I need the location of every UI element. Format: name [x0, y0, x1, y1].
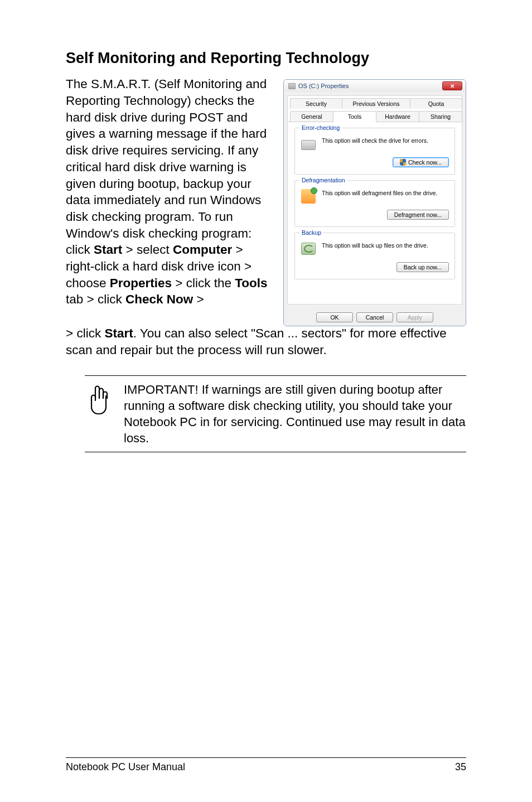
group-error-checking: Error-checking This option will check th…	[294, 128, 455, 175]
important-note: IMPORTANT! If warnings are still given d…	[85, 375, 466, 452]
page-footer: Notebook PC User Manual 35	[66, 757, 466, 773]
bold-computer: Computer	[173, 243, 232, 257]
section-heading: Self Monitoring and Reporting Technology	[66, 49, 466, 67]
bold-start: Start	[94, 243, 122, 257]
btn-row-defrag: Defragment now...	[301, 210, 449, 220]
dialog-title: OS (C:) Properties	[288, 83, 349, 89]
body-text-1: The S.M.A.R.T. (Self Monitoring and Repo…	[66, 77, 267, 257]
dialog-title-text: OS (C:) Properties	[298, 83, 349, 89]
text-backup: This option will back up files on the dr…	[322, 242, 428, 249]
btn-row-error-checking: Check now...	[301, 157, 449, 167]
tab-hardware[interactable]: Hardware	[376, 111, 419, 122]
tabs-stack: Security Previous Versions Quota General…	[288, 96, 462, 122]
dialog-body: Security Previous Versions Quota General…	[287, 95, 462, 305]
dialog-button-row: OK Cancel Apply	[284, 308, 466, 326]
tab-security[interactable]: Security	[290, 98, 342, 109]
bold-check-now: Check Now	[125, 292, 193, 306]
row-defrag: This option will defragment files on the…	[301, 189, 449, 204]
body-text-6: >	[193, 292, 204, 306]
dialog-titlebar: OS (C:) Properties ✕	[284, 80, 466, 92]
apply-button[interactable]: Apply	[396, 312, 433, 322]
body-paragraph-left: The S.M.A.R.T. (Self Monitoring and Repo…	[66, 76, 273, 326]
tab-tools[interactable]: Tools	[333, 111, 376, 122]
shield-icon	[400, 159, 406, 166]
body-paragraph-after: > click Start. You can also select "Scan…	[66, 325, 466, 358]
tabs-row-front: General Tools Hardware Sharing	[288, 109, 462, 122]
bold-properties: Properties	[110, 276, 172, 290]
body-text-4: > click the	[172, 276, 235, 290]
row-backup: This option will back up files on the dr…	[301, 241, 449, 257]
check-now-button[interactable]: Check now...	[393, 157, 449, 167]
row-error-checking: This option will check the drive for err…	[301, 136, 449, 152]
defragment-now-button[interactable]: Defragment now...	[387, 210, 449, 220]
properties-dialog: OS (C:) Properties ✕ Security Previous V…	[283, 79, 466, 326]
body-text-2: > select	[122, 243, 173, 257]
back-up-now-button[interactable]: Back up now...	[396, 262, 449, 272]
close-button[interactable]: ✕	[442, 81, 462, 90]
footer-page-number: 35	[455, 761, 466, 773]
btn-row-backup: Back up now...	[301, 262, 449, 272]
body-text-7a: > click	[66, 326, 104, 340]
legend-error-checking: Error-checking	[299, 124, 342, 131]
legend-defrag: Defragmentation	[299, 177, 347, 183]
drive-icon	[288, 83, 296, 89]
tab-general[interactable]: General	[290, 111, 333, 122]
group-backup: Backup This option will back up files on…	[294, 233, 455, 279]
tabs-row-back: Security Previous Versions Quota	[288, 96, 462, 109]
body-text-5: tab > click	[66, 292, 125, 306]
text-error-checking: This option will check the drive for err…	[322, 137, 428, 144]
tab-previous-versions[interactable]: Previous Versions	[342, 98, 410, 109]
cancel-button[interactable]: Cancel	[356, 312, 393, 322]
check-now-label: Check now...	[408, 159, 442, 166]
footer-left: Notebook PC User Manual	[66, 761, 185, 773]
ok-button[interactable]: OK	[316, 312, 353, 322]
tab-sharing[interactable]: Sharing	[419, 111, 462, 122]
bold-start-2: Start	[104, 326, 133, 340]
backup-icon	[301, 241, 316, 257]
hand-icon	[85, 384, 112, 415]
group-defragmentation: Defragmentation This option will defragm…	[294, 180, 455, 227]
bold-tools: Tools	[235, 276, 267, 290]
text-defrag: This option will defragment files on the…	[322, 190, 437, 196]
note-text: IMPORTANT! If warnings are still given d…	[124, 381, 466, 446]
legend-backup: Backup	[299, 229, 323, 236]
disk-check-icon	[301, 136, 316, 152]
content-wrap: The S.M.A.R.T. (Self Monitoring and Repo…	[66, 76, 466, 326]
tab-quota[interactable]: Quota	[410, 98, 462, 109]
defrag-icon	[301, 189, 316, 204]
